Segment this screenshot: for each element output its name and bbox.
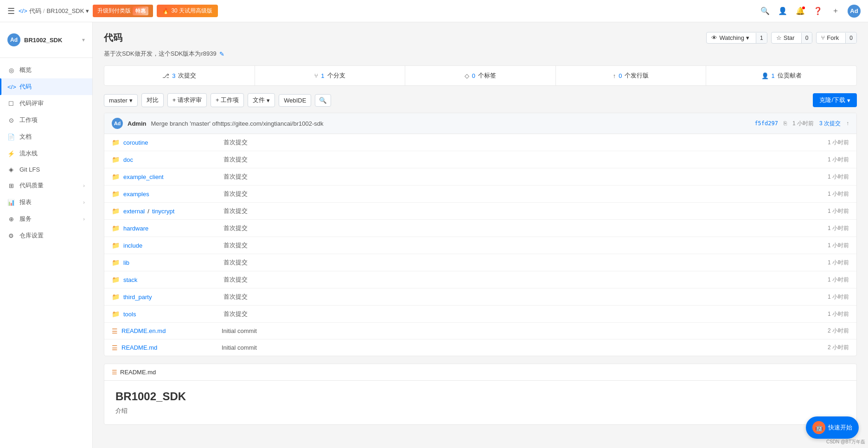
commit-count[interactable]: 3 次提交 <box>819 120 841 128</box>
stat-branches[interactable]: ⑂ 1 个分支 <box>255 66 406 85</box>
file-time: 1 小时前 <box>812 310 849 318</box>
sidebar-item-quality[interactable]: ⊞ 代码质量 › <box>0 177 92 194</box>
commits-link-icon: ↑ <box>846 120 849 127</box>
sidebar-item-overview[interactable]: ◎ 概览 <box>0 62 92 78</box>
search-icon[interactable]: 🔍 <box>760 6 771 17</box>
compare-button[interactable]: 对比 <box>141 93 164 107</box>
folder-icon: 📁 <box>112 310 120 318</box>
file-link[interactable]: coroutine <box>123 139 148 146</box>
file-link[interactable]: README.md <box>121 344 157 351</box>
webide-button[interactable]: WebIDE <box>279 94 311 107</box>
commits-icon: ⎇ <box>162 72 169 79</box>
upgrade-button[interactable]: 升级到付类版 特惠 <box>93 5 153 17</box>
file-link[interactable]: tools <box>123 311 136 318</box>
user-icon[interactable]: 👤 <box>777 6 788 17</box>
help-icon[interactable]: ❓ <box>812 6 823 17</box>
file-time: 1 小时前 <box>812 293 849 301</box>
file-link[interactable]: examples <box>123 191 149 198</box>
pipeline-icon: ⚡ <box>7 150 15 157</box>
file-chevron: ▾ <box>267 97 270 104</box>
sidebar-repo[interactable]: Ad BR1002_SDK ▾ <box>0 30 92 54</box>
sidebar-item-wiki[interactable]: 📄 文档 <box>0 128 92 145</box>
commit-hash[interactable]: f5fd297 <box>754 120 778 127</box>
toolbar: master ▾ 对比 + 请求评审 + 工作项 文件 ▾ WebIDE 🔍 <box>104 93 857 107</box>
file-link[interactable]: doc <box>123 156 133 163</box>
sidebar-item-issues[interactable]: ⊙ 工作项 <box>0 112 92 128</box>
file-link[interactable]: include <box>123 242 142 249</box>
file-row: 📁 tools 首次提交 1 小时前 <box>104 306 856 323</box>
issues-icon: ⊙ <box>7 117 15 124</box>
readme-title: BR1002_SDK <box>115 390 845 403</box>
trial-button[interactable]: 🔥 30 天试用高级版 <box>157 5 218 17</box>
quality-arrow: › <box>83 183 85 188</box>
sidebar-item-code[interactable]: </> 代码 <box>0 78 92 95</box>
watch-label[interactable]: 👁 Watching ▾ <box>707 32 754 43</box>
layout: Ad BR1002_SDK ▾ ◎ 概览 </> 代码 ☐ 代码评审 ⊙ 工作项… <box>0 22 868 448</box>
breadcrumb-repo[interactable]: BR1002_SDK ▾ <box>46 7 89 14</box>
lfs-icon: ◈ <box>7 166 15 173</box>
file-link[interactable]: hardware <box>123 225 148 232</box>
pr-button[interactable]: + 请求评审 <box>167 93 207 107</box>
file-button[interactable]: 文件 ▾ <box>248 93 275 107</box>
breadcrumb: </> 代码 / BR1002_SDK ▾ <box>19 7 89 15</box>
folder-icon: 📁 <box>112 224 120 232</box>
file-name: coroutine <box>123 139 216 146</box>
notification-icon[interactable]: 🔔 <box>795 6 806 17</box>
stat-contributors[interactable]: 👤 1 位贡献者 <box>706 66 856 85</box>
main-content: 代码 👁 Watching ▾ 1 ☆ Star <box>93 22 868 448</box>
add-icon[interactable]: ＋ <box>830 6 841 17</box>
stat-tags[interactable]: ◇ 0 个标签 <box>405 66 556 85</box>
task-button[interactable]: + 工作项 <box>211 93 244 107</box>
clone-button[interactable]: 克隆/下载 ▾ <box>813 93 857 107</box>
sidebar-item-pipeline[interactable]: ⚡ 流水线 <box>0 145 92 162</box>
sidebar-item-settings[interactable]: ⚙ 仓库设置 <box>0 227 92 244</box>
file-link-external1[interactable]: external <box>123 208 145 215</box>
file-name: include <box>123 242 216 249</box>
file-time: 1 小时前 <box>812 139 849 147</box>
hamburger-icon[interactable]: ☰ <box>7 6 15 16</box>
stat-releases[interactable]: ↑ 0 个发行版 <box>556 66 707 85</box>
file-link[interactable]: stack <box>123 276 137 283</box>
file-md-icon: ☰ <box>112 344 118 352</box>
file-link[interactable]: example_client <box>123 173 164 180</box>
star-label[interactable]: ☆ Star <box>772 32 799 43</box>
chevron-down-icon: ▾ <box>86 7 89 14</box>
fork-button[interactable]: ⑂ Fork 0 <box>816 32 857 44</box>
sidebar-item-lfs[interactable]: ◈ Git LFS <box>0 162 92 177</box>
wiki-icon: 📄 <box>7 134 15 141</box>
file-link-external2[interactable]: tinycrypt <box>152 208 174 215</box>
topnav: ☰ </> 代码 / BR1002_SDK ▾ 升级到付类版 特惠 🔥 30 天… <box>0 0 868 22</box>
fork-label[interactable]: ⑂ Fork <box>817 32 843 43</box>
eye-icon: 👁 <box>711 34 717 41</box>
stat-commits[interactable]: ⎇ 3 次提交 <box>104 66 255 85</box>
upgrade-badge: 特惠 <box>133 6 148 15</box>
edit-icon[interactable]: ✎ <box>219 51 224 58</box>
sidebar-lfs-label: Git LFS <box>19 166 85 173</box>
releases-unit: 个发行版 <box>625 71 649 80</box>
star-button[interactable]: ☆ Star 0 <box>771 32 813 44</box>
sidebar-item-reports[interactable]: 📊 报表 › <box>0 194 92 211</box>
search-button[interactable]: 🔍 <box>315 94 331 107</box>
sidebar-repo-avatar: Ad <box>7 33 20 46</box>
branch-selector[interactable]: master ▾ <box>104 94 138 107</box>
quick-start-button[interactable]: 🤖 快速开始 <box>806 416 859 439</box>
copy-icon[interactable]: ⎘ <box>784 120 787 127</box>
file-link[interactable]: lib <box>123 259 129 266</box>
sidebar-item-services[interactable]: ⊕ 服务 › <box>0 211 92 227</box>
watch-button[interactable]: 👁 Watching ▾ 1 <box>706 32 767 44</box>
review-icon: ☐ <box>7 100 15 107</box>
file-time: 1 小时前 <box>812 207 849 215</box>
active-indicator <box>0 78 1 95</box>
breadcrumb-sep: / <box>43 7 45 14</box>
file-link[interactable]: third_party <box>123 294 152 301</box>
file-time: 1 小时前 <box>812 224 849 232</box>
file-commit: Initial commit <box>214 344 812 351</box>
file-name: README.en.md <box>121 327 214 334</box>
breadcrumb-code-link[interactable]: 代码 <box>29 7 41 15</box>
sidebar-item-review[interactable]: ☐ 代码评审 <box>0 95 92 112</box>
file-name: example_client <box>123 173 216 180</box>
fire-icon: 🔥 <box>162 8 169 14</box>
file-link[interactable]: README.en.md <box>121 327 166 334</box>
avatar[interactable]: Ad <box>848 5 861 18</box>
watch-count: 1 <box>756 33 767 43</box>
